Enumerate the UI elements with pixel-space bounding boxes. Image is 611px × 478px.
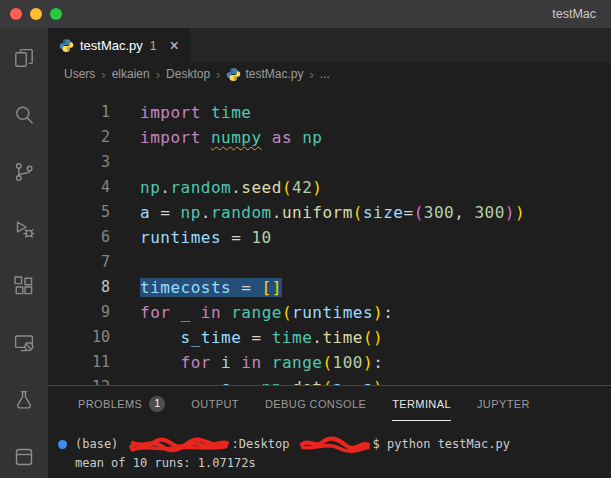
files-icon [12,46,36,70]
activity-item-extra[interactable] [12,445,36,469]
activity-item-explorer[interactable] [12,46,36,70]
panel-tab-jupyter[interactable]: JUPYTER [477,386,530,421]
line-number: 2 [48,125,110,150]
search-icon [12,103,36,127]
line-number: 6 [48,225,110,250]
terminal-output-line: mean of 10 runs: 1.07172s [75,454,611,473]
code-editor[interactable]: 1import time2import numpy as np34np.rand… [48,85,611,385]
terminal-prompt-prefix: (base) [75,435,126,454]
code-line-8[interactable]: 8timecosts = [] [48,275,611,300]
testing-flask-icon [12,388,36,412]
source-control-icon [12,160,36,184]
code-line-6[interactable]: 6runtimes = 10 [48,225,611,250]
terminal-prompt-line: (base) :Desktop [58,435,611,454]
selection-highlight: timecosts = [] [140,278,282,297]
close-window-button[interactable] [10,8,22,20]
python-icon [59,38,74,53]
titlebar: testMac [0,0,611,28]
line-number: 7 [48,250,110,275]
code-line-4[interactable]: 4np.random.seed(42) [48,175,611,200]
code-line-5[interactable]: 5a = np.random.uniform(size=(300, 300)) [48,200,611,225]
code-line-9[interactable]: 9for _ in range(runtimes): [48,300,611,325]
breadcrumb-item[interactable]: ... [320,67,330,81]
breadcrumb-item[interactable]: Desktop [166,67,210,81]
panel-tab-terminal[interactable]: TERMINAL [392,386,451,421]
problems-count-badge: 1 [149,396,165,412]
minimize-window-button[interactable] [30,8,42,20]
remote-explorer-icon [12,331,36,355]
line-number: 10 [48,325,110,350]
panel-tab-debug-console[interactable]: DEBUG CONSOLE [265,386,366,421]
panel-tab-output[interactable]: OUTPUT [191,386,239,421]
zoom-window-button[interactable] [50,8,62,20]
terminal-indicator-dot [58,440,67,449]
code-line-3[interactable]: 3 [48,150,611,175]
breadcrumb-item[interactable]: testMac.py [226,67,303,82]
line-number: 9 [48,300,110,325]
code-line-12[interactable]: 12 s = np.dot(a, a) [48,375,611,385]
terminal-command: $ python testMac.py [373,435,510,454]
python-icon [59,38,74,53]
activity-item-source-control[interactable] [12,160,36,184]
redaction-scribble [298,435,370,453]
panel-tab-problems[interactable]: PROBLEMS1 [78,386,165,421]
activity-item-extensions[interactable] [12,274,36,298]
activity-item-run-debug[interactable] [12,217,36,241]
terminal[interactable]: (base) :Desktop [48,421,611,478]
code-line-7[interactable]: 7 [48,250,611,275]
tab-testmac-py[interactable]: testMac.py 1 × [48,28,190,63]
line-number: 4 [48,175,110,200]
breadcrumb-item[interactable]: elkaien [112,67,150,81]
bottom-panel: PROBLEMS1OUTPUTDEBUG CONSOLETERMINALJUPY… [48,385,611,478]
activity-item-remote-explorer[interactable] [12,331,36,355]
line-number: 8 [48,275,110,300]
traffic-lights [0,8,62,20]
extensions-icon [12,274,36,298]
run-debug-icon [12,217,36,241]
redaction-scribble [127,435,229,454]
line-number: 3 [48,150,110,175]
code-line-1[interactable]: 1import time [48,100,611,125]
breadcrumb-separator: › [216,67,220,82]
line-number: 5 [48,200,110,225]
breadcrumb-item[interactable]: Users [64,67,95,81]
line-number: 12 [48,375,110,385]
tab-label: testMac.py [80,38,143,53]
activity-item-testing[interactable] [12,388,36,412]
line-number: 1 [48,100,110,125]
editor-tab-bar: testMac.py 1 × [48,28,611,63]
terminal-prompt-path: :Desktop [232,435,297,454]
code-line-10[interactable]: 10 s_time = time.time() [48,325,611,350]
python-icon [226,67,241,82]
code-line-11[interactable]: 11 for i in range(100): [48,350,611,375]
breadcrumb-separator: › [101,67,105,82]
tab-problems-count: 1 [150,39,157,53]
vscode-window: testMac [0,0,611,478]
activity-item-search[interactable] [12,103,36,127]
panel-tab-bar: PROBLEMS1OUTPUTDEBUG CONSOLETERMINALJUPY… [48,386,611,421]
code-line-2[interactable]: 2import numpy as np [48,125,611,150]
breadcrumb-separator: › [156,67,160,82]
window-title: testMac [552,0,596,28]
close-tab-icon[interactable]: × [170,38,179,54]
line-number: 11 [48,350,110,375]
partial-bottom-icon [12,445,36,469]
breadcrumb: Users›elkaien›Desktop› testMac.py›... [48,63,611,85]
breadcrumb-separator: › [309,67,313,82]
activity-bar [0,28,48,478]
